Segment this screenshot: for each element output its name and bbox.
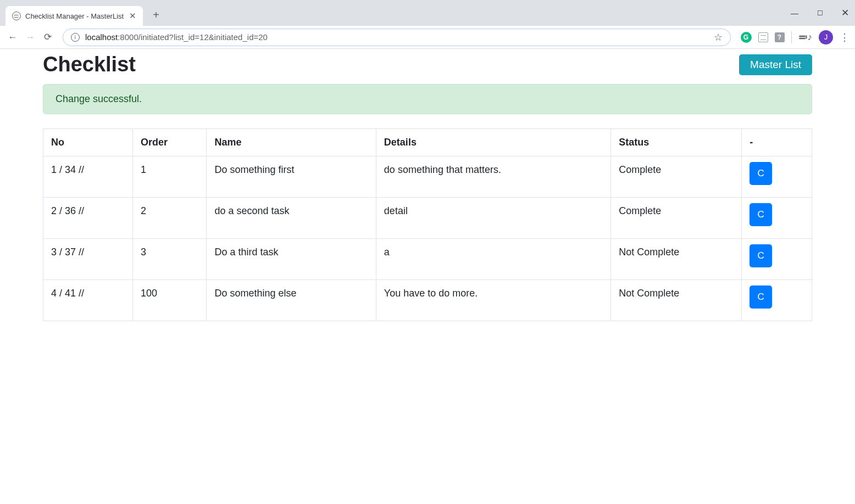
cell-details: You have to do more.	[376, 280, 610, 321]
cell-actions: C	[742, 280, 812, 321]
cell-actions: C	[742, 198, 812, 239]
browser-tab[interactable]: Checklist Manager - MasterList ✕	[5, 6, 143, 26]
extensions-area: G ? ≕♪ J ⋮	[741, 30, 849, 44]
kebab-menu-icon[interactable]: ⋮	[840, 31, 848, 43]
address-bar[interactable]: i localhost:8000/initiated?list_id=12&in…	[63, 29, 731, 46]
cell-details: do something that matters.	[376, 156, 610, 198]
col-header-no: No	[43, 129, 133, 156]
url-host: localhost:8000/initiated?list_id=12&init…	[85, 32, 268, 42]
cell-name: Do something else	[207, 280, 376, 321]
table-row: 3 / 37 // 3 Do a third task a Not Comple…	[43, 239, 812, 280]
cell-actions: C	[742, 239, 812, 280]
cell-order: 2	[133, 198, 207, 239]
tab-title: Checklist Manager - MasterList	[25, 12, 124, 20]
cell-actions: C	[742, 156, 812, 198]
globe-icon	[12, 12, 21, 20]
minimize-button[interactable]: —	[789, 9, 800, 18]
cell-no: 4 / 41 //	[43, 280, 133, 321]
browser-tab-strip: Checklist Manager - MasterList ✕ + — ☐ ✕	[0, 0, 855, 26]
cell-no: 2 / 36 //	[43, 198, 133, 239]
window-controls: — ☐ ✕	[789, 0, 851, 26]
checklist-table: No Order Name Details Status - 1 / 34 //…	[43, 128, 812, 321]
grammarly-extension-icon[interactable]: G	[741, 32, 752, 43]
close-window-button[interactable]: ✕	[840, 7, 851, 19]
maximize-button[interactable]: ☐	[814, 9, 825, 17]
close-tab-icon[interactable]: ✕	[129, 11, 136, 21]
page-header: Checklist Master List	[43, 53, 812, 76]
page-title: Checklist	[43, 53, 136, 76]
site-info-icon[interactable]: i	[71, 33, 80, 42]
col-header-order: Order	[133, 129, 207, 156]
cell-status: Not Complete	[611, 280, 742, 321]
col-header-actions: -	[742, 129, 812, 156]
cell-no: 3 / 37 //	[43, 239, 133, 280]
complete-button[interactable]: C	[749, 162, 772, 185]
cell-no: 1 / 34 //	[43, 156, 133, 198]
cell-status: Not Complete	[611, 239, 742, 280]
profile-avatar[interactable]: J	[819, 30, 833, 44]
col-header-name: Name	[207, 129, 376, 156]
new-tab-button[interactable]: +	[153, 9, 159, 21]
toolbar-separator	[791, 31, 792, 43]
cell-name: Do a third task	[207, 239, 376, 280]
forward-button: →	[24, 32, 36, 43]
back-button[interactable]: ←	[7, 32, 19, 43]
cell-name: Do something first	[207, 156, 376, 198]
browser-toolbar: ← → ⟳ i localhost:8000/initiated?list_id…	[0, 26, 855, 49]
cell-order: 3	[133, 239, 207, 280]
table-row: 1 / 34 // 1 Do something first do someth…	[43, 156, 812, 198]
cell-status: Complete	[611, 198, 742, 239]
complete-button[interactable]: C	[749, 244, 772, 267]
media-control-icon[interactable]: ≕♪	[798, 31, 813, 43]
col-header-status: Status	[611, 129, 742, 156]
complete-button[interactable]: C	[749, 285, 772, 309]
master-list-button[interactable]: Master List	[739, 54, 812, 75]
table-row: 4 / 41 // 100 Do something else You have…	[43, 280, 812, 321]
table-row: 2 / 36 // 2 do a second task detail Comp…	[43, 198, 812, 239]
cell-name: do a second task	[207, 198, 376, 239]
table-header-row: No Order Name Details Status -	[43, 129, 812, 156]
col-header-details: Details	[376, 129, 610, 156]
cell-order: 1	[133, 156, 207, 198]
cell-details: a	[376, 239, 610, 280]
reader-extension-icon[interactable]	[758, 32, 768, 42]
success-alert: Change successful.	[43, 84, 812, 114]
help-extension-icon[interactable]: ?	[775, 32, 785, 42]
page-content: Checklist Master List Change successful.…	[0, 49, 855, 321]
complete-button[interactable]: C	[749, 203, 772, 226]
bookmark-star-icon[interactable]: ☆	[714, 31, 723, 43]
reload-button[interactable]: ⟳	[42, 31, 54, 43]
cell-order: 100	[133, 280, 207, 321]
cell-details: detail	[376, 198, 610, 239]
cell-status: Complete	[611, 156, 742, 198]
